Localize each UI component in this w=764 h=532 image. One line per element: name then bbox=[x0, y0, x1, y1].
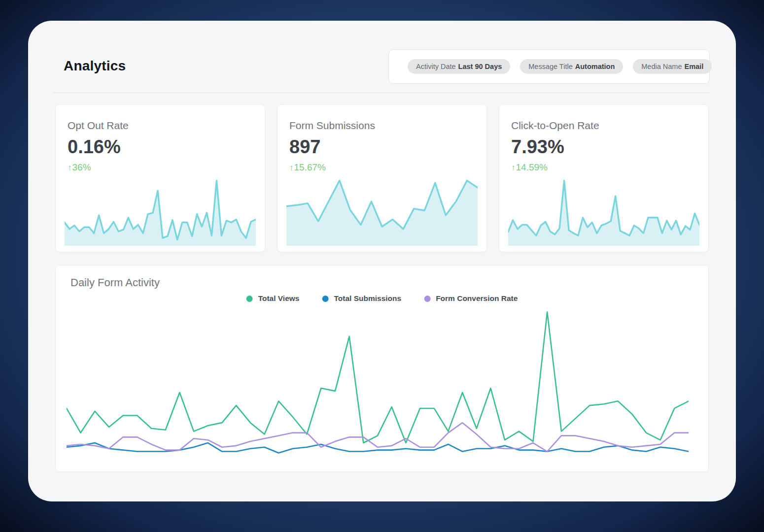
filter-label: Message Title bbox=[528, 63, 572, 70]
filter-label: Media Name bbox=[641, 63, 682, 70]
up-arrow-icon: ↑ bbox=[511, 163, 516, 172]
kpi-card-click-to-open-rate: Click-to-Open Rate 7.93% ↑14.59% bbox=[499, 104, 709, 252]
filter-value: Automation bbox=[575, 63, 615, 70]
kpi-delta: ↑36% bbox=[68, 162, 253, 173]
legend-dot-icon bbox=[246, 296, 253, 302]
daily-form-activity-card: Daily Form Activity Total Views Total Su… bbox=[55, 265, 709, 472]
legend-dot-icon bbox=[322, 296, 328, 302]
kpi-title: Form Submissions bbox=[289, 120, 475, 132]
chart-legend: Total Views Total Submissions Form Conve… bbox=[246, 294, 518, 303]
kpi-delta: ↑15.67% bbox=[289, 162, 475, 173]
kpi-value: 7.93% bbox=[511, 136, 696, 158]
kpi-delta-value: 14.59% bbox=[516, 162, 548, 172]
kpi-card-form-submissions: Form Submissions 897 ↑15.67% bbox=[277, 104, 487, 252]
kpi-card-opt-out-rate: Opt Out Rate 0.16% ↑36% bbox=[55, 104, 265, 252]
app-window: Analytics Activity DateLast 90 Days Mess… bbox=[28, 21, 736, 501]
kpi-delta: ↑14.59% bbox=[511, 162, 696, 173]
header-divider bbox=[54, 93, 710, 93]
filter-pill-activity-date[interactable]: Activity DateLast 90 Days bbox=[408, 59, 510, 74]
kpi-value: 0.16% bbox=[68, 136, 253, 158]
filter-value: Last 90 Days bbox=[458, 63, 502, 70]
filter-bar: Activity DateLast 90 Days Message TitleA… bbox=[388, 49, 710, 84]
filter-pill-message-title[interactable]: Message TitleAutomation bbox=[520, 59, 623, 74]
up-arrow-icon: ↑ bbox=[68, 163, 72, 172]
sparkline-click-to-open-rate bbox=[508, 178, 699, 246]
filter-label: Activity Date bbox=[416, 63, 456, 70]
daily-chart-title: Daily Form Activity bbox=[70, 276, 160, 289]
legend-item-total-views[interactable]: Total Views bbox=[246, 294, 300, 303]
kpi-row: Opt Out Rate 0.16% ↑36% Form Submissions… bbox=[55, 104, 709, 252]
legend-label: Total Views bbox=[258, 294, 300, 303]
up-arrow-icon: ↑ bbox=[289, 163, 294, 172]
legend-label: Form Conversion Rate bbox=[436, 294, 518, 303]
kpi-delta-value: 36% bbox=[72, 162, 91, 172]
sparkline-opt-out-rate bbox=[65, 178, 256, 246]
legend-label: Total Submissions bbox=[334, 294, 401, 303]
kpi-title: Click-to-Open Rate bbox=[511, 120, 696, 132]
kpi-title: Opt Out Rate bbox=[68, 120, 253, 132]
page-title: Analytics bbox=[64, 58, 126, 74]
kpi-delta-value: 15.67% bbox=[294, 162, 326, 172]
sparkline-form-submissions bbox=[286, 178, 478, 246]
legend-item-total-submissions[interactable]: Total Submissions bbox=[322, 294, 401, 303]
window-frame: Analytics Activity DateLast 90 Days Mess… bbox=[0, 0, 764, 532]
legend-dot-icon bbox=[424, 296, 430, 302]
daily-form-activity-chart bbox=[67, 309, 689, 464]
kpi-value: 897 bbox=[289, 136, 475, 158]
filter-value: Email bbox=[684, 63, 703, 70]
legend-item-form-conversion-rate[interactable]: Form Conversion Rate bbox=[424, 294, 518, 303]
filter-pill-media-name[interactable]: Media NameEmail bbox=[633, 59, 712, 74]
